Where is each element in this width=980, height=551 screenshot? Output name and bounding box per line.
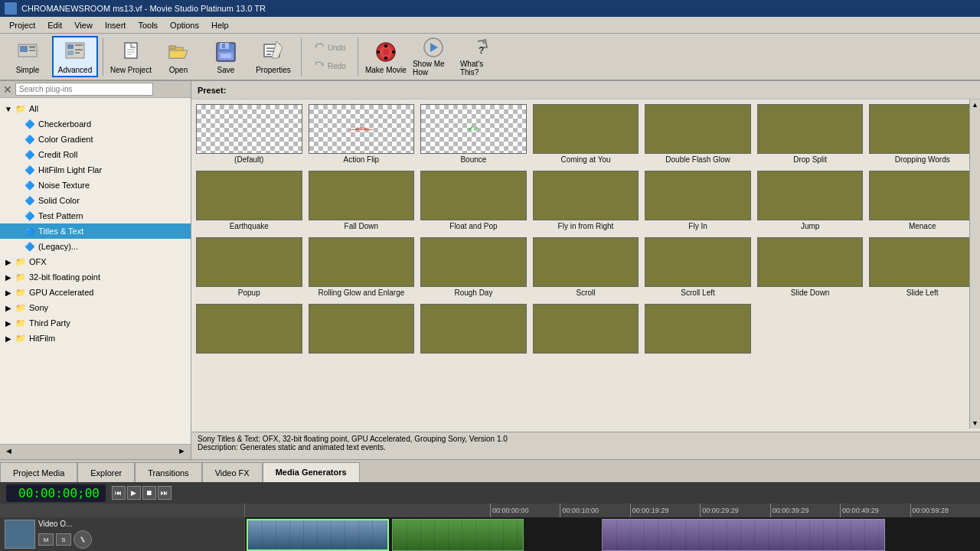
preset-item-default[interactable]: (Default)	[194, 103, 304, 166]
status-line1: Sony Titles & Text: OFX, 32-bit floating…	[198, 435, 974, 443]
redo-button[interactable]: Redo	[306, 57, 353, 74]
menu-view[interactable]: View	[68, 19, 99, 31]
preset-item-earthquake[interactable]: Earthquake	[194, 169, 304, 233]
tab-project-media[interactable]: Project Media	[0, 462, 77, 482]
preset-item-dropping-words[interactable]: Dropping Words	[867, 103, 977, 166]
preset-item-slide-down[interactable]: Slide Down	[756, 236, 865, 299]
tab-explorer[interactable]: Explorer	[77, 462, 135, 482]
tree-expand-floating-point[interactable]: ▶	[3, 272, 14, 282]
preset-item-action-flip[interactable]: ---===---Action Flip	[307, 103, 416, 166]
video-clip-1[interactable]	[247, 519, 389, 551]
search-input[interactable]	[15, 83, 153, 96]
menu-project[interactable]: Project	[3, 19, 41, 31]
tree-item-solid-color[interactable]: 🔷 Solid Color	[0, 193, 191, 208]
preset-name-dropping-words: Dropping Words	[895, 155, 950, 165]
tree-item-titles-text[interactable]: 🔷 Titles & Text	[0, 223, 191, 239]
tree-item-third-party[interactable]: ▶ 📁 Third Party	[0, 315, 191, 331]
menu-options[interactable]: Options	[164, 19, 205, 31]
new-project-button[interactable]: New Project	[108, 36, 154, 77]
tree-expand-all[interactable]: ▼	[3, 103, 14, 114]
tree-item-ofx[interactable]: ▶ 📁 OFX	[0, 254, 191, 269]
preset-item-empty1[interactable]	[194, 302, 304, 355]
preset-item-coming-at-you[interactable]: Coming at You	[531, 103, 641, 166]
tree-item-hitfilm[interactable]: ▶ 📁 HitFilm	[0, 331, 191, 346]
tree-item-noise-texture[interactable]: 🔷 Noise Texture	[0, 178, 191, 193]
tab-transitions[interactable]: Transitions	[135, 462, 201, 482]
tree-label-hitfilm-light-flare: HitFilm Light Flar	[38, 165, 102, 174]
tree-item-credit-roll[interactable]: 🔷 Credit Roll	[0, 147, 191, 162]
sidebar-scroll-right[interactable]: ►	[173, 445, 191, 459]
preset-item-bounce[interactable]: ✓✓Bounce	[419, 103, 528, 166]
menu-insert[interactable]: Insert	[99, 19, 132, 31]
preset-item-empty3[interactable]	[419, 302, 528, 355]
track-volume-knob[interactable]	[74, 530, 92, 549]
fast-forward-button[interactable]: ⏭	[158, 486, 172, 500]
sidebar-close-button[interactable]: ✕	[3, 83, 12, 96]
tree-expand-third-party[interactable]: ▶	[3, 318, 14, 328]
whats-this-button[interactable]: ? What's This?	[458, 36, 504, 77]
preset-item-fly-in[interactable]: Fly In	[643, 169, 753, 233]
preset-item-menace[interactable]: Menace	[867, 169, 977, 233]
menu-tools[interactable]: Tools	[132, 19, 164, 31]
play-button[interactable]: ▶	[127, 486, 141, 500]
menu-edit[interactable]: Edit	[41, 19, 68, 31]
sidebar-scroll-left[interactable]: ◄	[0, 445, 18, 459]
preset-item-rolling-glow-enlarge[interactable]: Rolling Glow and Enlarge	[307, 236, 416, 299]
tree-item-all[interactable]: ▼ 📁 All	[0, 101, 191, 116]
video-clip-2[interactable]	[392, 519, 524, 551]
save-label: Save	[217, 66, 235, 74]
preset-item-fall-down[interactable]: Fall Down	[307, 169, 416, 233]
preset-item-scroll[interactable]: Scroll	[531, 236, 641, 299]
video-clip-3[interactable]	[602, 519, 885, 551]
folder-icon-floating-point: 📁	[15, 272, 26, 282]
properties-button[interactable]: Properties	[250, 36, 296, 77]
preset-item-double-flash-glow[interactable]: Double Flash Glow	[643, 103, 753, 166]
tree-label-noise-texture: Noise Texture	[38, 181, 90, 190]
tree-item-floating-point[interactable]: ▶ 📁 32-bit floating point	[0, 269, 191, 285]
open-button[interactable]: Open	[155, 36, 201, 77]
track-solo-button[interactable]: S	[56, 533, 71, 546]
tab-video-fx[interactable]: Video FX	[202, 462, 263, 482]
tree-item-test-pattern[interactable]: 🔷 Test Pattern	[0, 208, 191, 223]
menu-help[interactable]: Help	[205, 19, 235, 31]
preset-item-empty5[interactable]	[643, 302, 753, 355]
svg-rect-31	[392, 51, 395, 54]
rewind-button[interactable]: ⏮	[112, 486, 126, 500]
undo-button[interactable]: Undo	[306, 39, 353, 56]
svg-text:?: ?	[479, 45, 484, 56]
preset-scroll-down[interactable]: ▼	[972, 419, 978, 427]
make-movie-button[interactable]: Make Movie	[363, 36, 409, 77]
tree-item-hitfilm-light-flare[interactable]: 🔷 HitFilm Light Flar	[0, 162, 191, 178]
preset-item-drop-split[interactable]: Drop Split	[756, 103, 865, 166]
preset-item-popup[interactable]: Popup	[194, 236, 304, 299]
tree-item-sony[interactable]: ▶ 📁 Sony	[0, 300, 191, 315]
tree-expand-hitfilm[interactable]: ▶	[3, 333, 14, 344]
tree-expand-sony[interactable]: ▶	[3, 302, 14, 313]
tree-item-color-gradient[interactable]: 🔷 Color Gradient	[0, 132, 191, 147]
show-me-how-button[interactable]: Show Me How	[410, 36, 456, 77]
tree-expand-ofx[interactable]: ▶	[3, 256, 14, 267]
preset-item-fly-in-from-right[interactable]: Fly in from Right	[531, 169, 641, 233]
preset-scroll-up[interactable]: ▲	[972, 101, 978, 109]
preset-item-rough-day[interactable]: Rough Day	[419, 236, 528, 299]
tree-item-checkerboard[interactable]: 🔷 Checkerboard	[0, 116, 191, 132]
tab-media-generators[interactable]: Media Generators	[263, 462, 360, 482]
track-mute-button[interactable]: M	[38, 533, 54, 546]
preset-item-empty4[interactable]	[531, 302, 641, 355]
preset-item-slide-left[interactable]: Slide Left	[867, 236, 977, 299]
preset-name-slide-left: Slide Left	[906, 289, 939, 298]
simple-button[interactable]: Simple	[5, 36, 51, 77]
preset-item-jump[interactable]: Jump	[756, 169, 865, 233]
preset-item-float-and-pop[interactable]: Float and Pop	[419, 169, 528, 233]
tree-expand-gpu-accelerated[interactable]: ▶	[3, 287, 14, 298]
preset-item-empty2[interactable]	[307, 302, 416, 355]
show-me-how-label: Show Me How	[413, 60, 454, 77]
tree-item-gpu-accelerated[interactable]: ▶ 📁 GPU Accelerated	[0, 285, 191, 300]
tree-item-legacy[interactable]: 🔷 (Legacy)...	[0, 239, 191, 254]
tree-label-third-party: Third Party	[29, 318, 70, 328]
stop-button[interactable]: ⏹	[142, 486, 156, 500]
svg-rect-9	[75, 52, 80, 54]
advanced-button[interactable]: Advanced	[52, 36, 98, 77]
preset-item-scroll-left[interactable]: Scroll Left	[643, 236, 753, 299]
save-button[interactable]: Save	[203, 36, 249, 77]
